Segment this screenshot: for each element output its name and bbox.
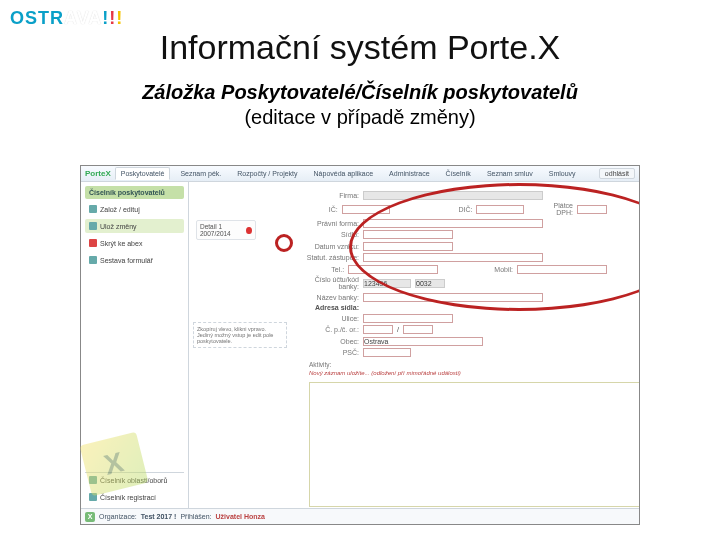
statut-field[interactable] bbox=[363, 253, 543, 262]
disk-icon bbox=[89, 222, 97, 230]
slash: / bbox=[397, 326, 399, 333]
tab-napoveda[interactable]: Nápovéda aplikace bbox=[308, 167, 380, 180]
tel-field[interactable] bbox=[348, 265, 438, 274]
sidebar-header: Číselník poskytovatelů bbox=[85, 186, 184, 199]
sidebar-item-hide[interactable]: Skrýt ke abex bbox=[85, 236, 184, 250]
lbl-tel: Tel.: bbox=[301, 266, 344, 273]
file-icon bbox=[89, 205, 97, 213]
platce-dph-field[interactable] bbox=[577, 205, 607, 214]
ic-field[interactable] bbox=[342, 205, 390, 214]
logo-ostrava: OSTRAVA!!! bbox=[10, 8, 123, 29]
lbl-sidlo: Sídlo: bbox=[301, 231, 359, 238]
tab-smlouvy[interactable]: Smlouvy bbox=[543, 167, 582, 180]
statusbar: X Organizace: Test 2017 ! Přihlášen: Uži… bbox=[81, 508, 639, 524]
sidebar-item-save[interactable]: Ulož změny bbox=[85, 219, 184, 233]
ulice-field[interactable] bbox=[363, 314, 453, 323]
aktivity-textarea[interactable] bbox=[309, 382, 639, 507]
lbl-firma: Firma: bbox=[301, 192, 359, 199]
lbl-cp: Č. p./č. or.: bbox=[301, 326, 359, 333]
datum-vzniku-field[interactable] bbox=[363, 242, 453, 251]
status-org-label: Organizace: bbox=[99, 513, 137, 520]
logout-button[interactable]: odhlásit bbox=[599, 168, 635, 179]
x-app-icon: X bbox=[85, 512, 95, 522]
lbl-pravni: Právní forma: bbox=[301, 220, 359, 227]
lbl-banka: Název banky: bbox=[301, 294, 359, 301]
firma-field[interactable] bbox=[363, 191, 543, 200]
tab-ciselnik[interactable]: Číselník bbox=[440, 167, 477, 180]
page-subtitle-a: Záložka Poskytovatelé/Číselník poskytova… bbox=[0, 81, 720, 104]
obec-field[interactable]: Ostrava bbox=[363, 337, 483, 346]
sidebar: Číselník poskytovatelů Založ / edituj Ul… bbox=[81, 182, 189, 508]
status-user-value: Uživatel Honza bbox=[216, 513, 265, 520]
tab-poskytovatele[interactable]: Poskytovatelé bbox=[115, 167, 171, 180]
sidebar-item-label: Ulož změny bbox=[100, 223, 137, 230]
cor-field[interactable] bbox=[403, 325, 433, 334]
area-note: Nový záznam uložíte... (odložení pří mim… bbox=[309, 370, 607, 376]
portex-window: PorteX Poskytovatelé Seznam pék. Rozpočt… bbox=[80, 165, 640, 525]
tab-rozpocty[interactable]: Rozpočty / Projekty bbox=[231, 167, 303, 180]
lbl-obec: Obec: bbox=[301, 338, 359, 345]
hints-box: Zkopíruj vlevo, klikni vpravo. Jediný mo… bbox=[193, 322, 287, 348]
sidebar-item-label: Číselník registrací bbox=[100, 494, 156, 501]
psc-field[interactable] bbox=[363, 348, 411, 357]
lbl-dph: Plátce DPH: bbox=[545, 202, 573, 216]
ucet-field-a[interactable]: 123456 bbox=[363, 279, 411, 288]
lbl-datum: Datum vzniku: bbox=[301, 243, 359, 250]
lbl-ic: IČ: bbox=[301, 206, 338, 213]
lbl-adresa: Adresa sídla: bbox=[301, 304, 359, 311]
lbl-dic: DIČ: bbox=[436, 206, 473, 213]
pravni-forma-field[interactable] bbox=[363, 219, 543, 228]
dic-field[interactable] bbox=[476, 205, 524, 214]
highlight-dot bbox=[275, 234, 293, 252]
mobil-field[interactable] bbox=[517, 265, 607, 274]
lbl-ulice: Ulice: bbox=[301, 315, 359, 322]
sidebar-item-label: Založ / edituj bbox=[100, 206, 140, 213]
sidebar-item-new[interactable]: Založ / edituj bbox=[85, 202, 184, 216]
lbl-ucet: Číslo účtu/kód banky: bbox=[301, 276, 359, 290]
ucet-field-b[interactable]: 0032 bbox=[415, 279, 445, 288]
sidebar-item-report[interactable]: Sestava formulář bbox=[85, 253, 184, 267]
page-title: Informační systém Porte.X bbox=[0, 28, 720, 67]
sidlo-field[interactable] bbox=[363, 230, 453, 239]
status-org-value: Test 2017 ! bbox=[141, 513, 177, 520]
x-icon bbox=[89, 239, 97, 247]
banka-field[interactable] bbox=[363, 293, 543, 302]
status-user-label: Přihlášen: bbox=[180, 513, 211, 520]
page-subtitle-b: (editace v případě změny) bbox=[0, 106, 720, 129]
cp-field[interactable] bbox=[363, 325, 393, 334]
sidebar-item-label: Sestava formulář bbox=[100, 257, 153, 264]
tab-seznam[interactable]: Seznam pék. bbox=[174, 167, 227, 180]
tab-admin[interactable]: Administrace bbox=[383, 167, 435, 180]
tab-smlouvy-seznam[interactable]: Seznam smluv bbox=[481, 167, 539, 180]
app-logo: PorteX bbox=[85, 169, 111, 178]
topbar: PorteX Poskytovatelé Seznam pék. Rozpočt… bbox=[81, 166, 639, 182]
doc-icon bbox=[89, 256, 97, 264]
lbl-aktivity: Aktivity: bbox=[309, 361, 607, 368]
sidebar-item-label: Skrýt ke abex bbox=[100, 240, 142, 247]
lbl-statut: Statut. zástupce: bbox=[301, 254, 359, 261]
main-panel: Firma: IČ:DIČ:Plátce DPH: Právní forma: … bbox=[189, 182, 639, 508]
lbl-psc: PSČ: bbox=[301, 349, 359, 356]
